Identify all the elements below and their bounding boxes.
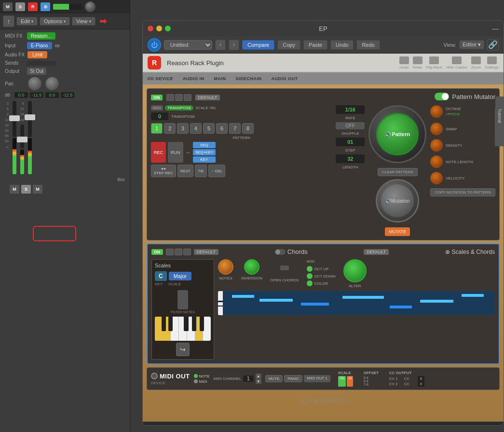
db-label: dB — [5, 93, 13, 98]
pat-num-3[interactable]: 3 — [177, 123, 189, 134]
pan-knob[interactable] — [28, 77, 41, 90]
scale-button-major[interactable]: Major — [169, 272, 192, 280]
step-rec-button[interactable]: ●●STEP REC — [151, 165, 176, 177]
mute-midi-btn[interactable]: MUTE — [265, 375, 283, 382]
limit-button[interactable]: Limit — [27, 51, 47, 58]
mutation-knob[interactable]: 🔊Mutation — [376, 179, 419, 223]
del-button[interactable]: ←DEL — [208, 165, 226, 177]
zoom-btn[interactable]: Zoom — [471, 56, 481, 70]
pat-num-6[interactable]: 6 — [216, 123, 228, 134]
up-button[interactable]: ↑ — [3, 15, 14, 27]
fader-thumb-1[interactable] — [9, 115, 20, 121]
seq-key-button[interactable]: SEQ+KEY — [193, 149, 216, 155]
fader-thumb-3[interactable] — [25, 114, 35, 120]
paste-button[interactable]: Paste — [303, 40, 327, 50]
scales-mini-btn-1[interactable] — [166, 249, 174, 255]
view-dropdown[interactable]: Editor ▾ — [459, 40, 484, 49]
maximize-button[interactable] — [165, 26, 171, 31]
bottom-solo[interactable]: S — [21, 185, 31, 194]
key-button[interactable]: KEY — [193, 156, 216, 163]
add-device-row[interactable]: + + ADD DEVICE — [147, 393, 500, 408]
redo-button[interactable]: Redo — [356, 40, 380, 50]
pattern-on-btn[interactable]: ON — [151, 95, 163, 100]
pan-knob-2[interactable] — [45, 77, 59, 90]
output-value[interactable]: St Out — [27, 68, 46, 75]
settings-btn[interactable]: Settings — [485, 56, 499, 70]
run-button[interactable]: RUN — [168, 142, 183, 163]
key-button-c[interactable]: C — [155, 271, 167, 281]
chords-toggle-btn[interactable] — [275, 249, 286, 255]
bottom-mute-2[interactable]: M — [33, 185, 42, 194]
pat-num-8[interactable]: 8 — [242, 123, 254, 134]
scales-on-btn[interactable]: ON — [151, 249, 163, 255]
piano-mini[interactable] — [155, 317, 211, 341]
pattern-knob-outer[interactable]: 🔊Pattern — [368, 105, 426, 163]
pm-toggle[interactable] — [435, 93, 449, 100]
notes-knob[interactable] — [218, 259, 233, 275]
options-menu[interactable]: Options ▾ — [40, 17, 70, 26]
undo-rack-btn[interactable]: Undo — [399, 56, 409, 70]
density-knob[interactable] — [430, 139, 443, 152]
power-button[interactable]: ⏻ — [148, 38, 161, 52]
rec-button[interactable]: REC — [151, 142, 166, 163]
seq-button[interactable]: SEQ — [193, 142, 216, 148]
pat-num-2[interactable]: 2 — [164, 123, 176, 134]
copy-mutation-btn[interactable]: COPY MUTATION TO PATTERN — [430, 188, 495, 196]
forward-arrow-btn[interactable]: ↪ — [176, 343, 190, 356]
link-icon-button[interactable]: 🔗 — [487, 39, 499, 51]
mutate-btn[interactable]: MUTATE — [385, 227, 410, 236]
close-button[interactable] — [148, 26, 153, 31]
swap-knob[interactable] — [430, 123, 443, 135]
scales-mini-btn-3[interactable] — [183, 249, 191, 255]
panic-btn[interactable]: PANIC — [284, 375, 302, 382]
inversion-knob[interactable] — [244, 259, 259, 275]
mini-btn-2[interactable] — [175, 94, 183, 101]
record-button[interactable]: R — [28, 2, 38, 11]
mini-btn-1[interactable] — [166, 94, 174, 101]
minimize-button[interactable] — [156, 26, 162, 31]
alter-knob[interactable] — [343, 259, 367, 282]
scales-mini-btn-2[interactable] — [175, 249, 182, 255]
view-menu[interactable]: View ▾ — [72, 17, 95, 26]
midi-ch-down[interactable]: ▼ — [256, 379, 261, 384]
solo-button[interactable]: S — [15, 2, 25, 11]
fader-thumb-2[interactable] — [17, 137, 27, 142]
edit-menu[interactable]: Edit ▾ — [16, 17, 38, 26]
mini-btn-3[interactable] — [184, 94, 191, 101]
octave-knob[interactable] — [430, 105, 443, 118]
filter-toggle[interactable] — [177, 290, 188, 309]
bottom-mute[interactable]: M — [10, 185, 19, 194]
fader-2[interactable] — [20, 125, 24, 149]
input-selector[interactable]: E-Piano — [27, 42, 52, 49]
flip-rack-btn[interactable]: Flip Rack — [426, 56, 442, 70]
pat-num-4[interactable]: 4 — [190, 123, 202, 134]
velocity-knob[interactable] — [430, 172, 443, 184]
clear-pattern-btn[interactable]: CLEAR PATTERN — [378, 168, 418, 176]
snowflake-button[interactable]: ❄ — [41, 2, 50, 11]
in-indicator: IN — [347, 376, 353, 387]
tie-button[interactable]: TIE — [195, 165, 206, 177]
undo-button[interactable]: Undo — [330, 40, 354, 50]
tutorial-tab[interactable]: Tutorial — [495, 97, 504, 135]
nav-prev[interactable]: ‹ — [215, 40, 226, 50]
pat-num-1[interactable]: 1 — [151, 123, 163, 134]
midi-ch-up[interactable]: ▲ — [256, 374, 261, 378]
fader-3[interactable] — [28, 101, 32, 137]
compare-button[interactable]: Compare — [242, 40, 274, 50]
pat-num-5[interactable]: 5 — [203, 123, 215, 134]
redo-rack-btn[interactable]: Redo — [413, 56, 422, 70]
rest-button[interactable]: REST — [177, 165, 193, 177]
preset-dropdown[interactable]: Untitled — [164, 40, 212, 50]
hide-cables-btn[interactable]: Hide Cables — [446, 56, 467, 70]
window-min-btn[interactable]: — — [492, 25, 499, 32]
fader-1[interactable] — [13, 101, 16, 137]
copy-button[interactable]: Copy — [277, 40, 300, 50]
transpose-pill[interactable]: TRANSPOSE — [165, 105, 193, 111]
pat-num-7[interactable]: 7 — [229, 123, 241, 134]
note-length-knob[interactable] — [430, 155, 443, 168]
nav-next[interactable]: › — [229, 40, 239, 50]
open-chords-toggle[interactable] — [280, 265, 289, 270]
mute-button[interactable]: M — [3, 2, 13, 11]
reason-plugin-button[interactable]: Reason... — [27, 32, 55, 40]
pan-knob-top[interactable] — [85, 1, 95, 12]
